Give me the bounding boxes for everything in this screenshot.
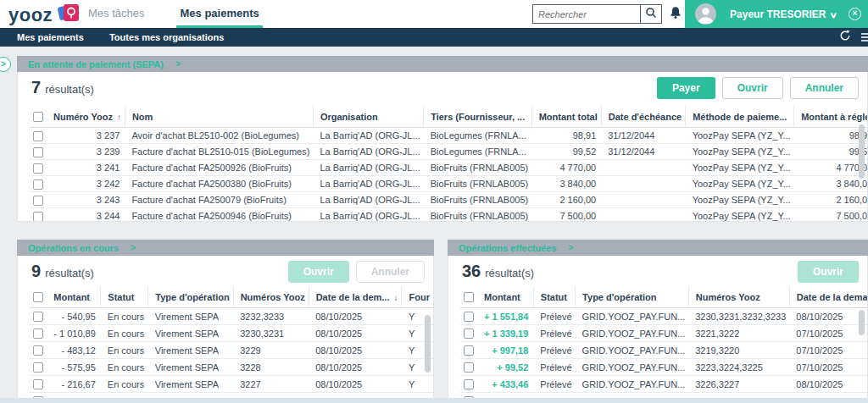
refresh-icon[interactable]	[839, 30, 851, 45]
section-chevron-icon: >	[175, 59, 181, 69]
cell-to_pay: 3 840,00	[794, 176, 868, 192]
column-header[interactable]: Type d'opération	[576, 286, 689, 308]
row-checkbox[interactable]	[33, 163, 43, 174]
table-row[interactable]: 3 244Facture d'achat FA2500946 (BioFruit…	[30, 208, 868, 222]
cell-type: GRID.YOOZ_PAY.FUN...	[576, 376, 689, 393]
subnav-mes-paiements[interactable]: Mes paiements	[17, 32, 84, 42]
row-checkbox-cell	[460, 342, 477, 359]
row-checkbox[interactable]	[33, 362, 43, 373]
inprogress-table-scrollbar[interactable]	[425, 315, 431, 373]
cell-type: GRID.YOOZ_PAY.FUN...	[576, 359, 689, 376]
column-header[interactable]: Numéros Yooz	[688, 286, 789, 308]
row-checkbox[interactable]	[33, 179, 43, 190]
cell-type: Virement SEPA	[148, 325, 233, 342]
column-header[interactable]: Date de la dem...↓	[309, 286, 402, 308]
cell-num: 3 239	[47, 144, 125, 160]
ouvrir-button-disabled[interactable]: Ouvrir	[798, 261, 859, 283]
cell-nums: 3227	[233, 376, 309, 393]
cell-due	[601, 208, 685, 222]
pending-table-scrollbar[interactable]	[859, 124, 865, 179]
row-checkbox[interactable]	[33, 147, 43, 157]
table-row[interactable]: 3 243Facture d'achat FA250079 (BioFruits…	[30, 192, 868, 208]
cell-name: Facture d'achat FA2500946 (BioFruits)	[125, 208, 313, 222]
column-header[interactable]: Tiers (Fournisseur, ...	[424, 106, 532, 128]
column-header[interactable]: Numéro Yooz↑	[47, 106, 125, 128]
row-checkbox-cell	[30, 192, 47, 208]
table-row[interactable]: + 433,46PrélevéGRID.YOOZ_PAY.FUN...3226,…	[460, 376, 868, 393]
cell-amount: + 433,46	[477, 376, 533, 393]
row-checkbox[interactable]	[464, 362, 474, 373]
completed-card: 36résultat(s) Ouvrir MontantStatutType d…	[448, 256, 868, 399]
horizontal-scrollbar[interactable]	[0, 398, 868, 403]
subnav-toutes-organisations[interactable]: Toutes mes organisations	[109, 32, 225, 42]
cell-extra: Y	[402, 376, 433, 393]
table-row[interactable]: + 1 339,19PrélevéGRID.YOOZ_PAY.FUN...322…	[460, 325, 868, 342]
row-checkbox-cell	[460, 359, 477, 376]
tab-mes-paiements[interactable]: Mes paiements	[176, 0, 262, 28]
row-checkbox[interactable]	[33, 345, 43, 356]
pending-section-header[interactable]: En attente de paiement (SEPA) >	[17, 56, 868, 72]
cell-type: Virement SEPA	[148, 359, 233, 376]
close-icon[interactable]: ×	[849, 8, 861, 20]
row-checkbox[interactable]	[33, 131, 43, 141]
annuler-button[interactable]: Annuler	[790, 77, 859, 99]
panel-expand-icon[interactable]: >	[0, 57, 11, 72]
menu-icon[interactable]	[861, 31, 868, 43]
table-row[interactable]: - 1 010,89En coursVirement SEPA3230,3231…	[30, 325, 433, 342]
column-header[interactable]: Méthode de paieme...	[686, 106, 794, 128]
inprogress-section-header[interactable]: Opérations en cours >	[17, 240, 434, 256]
select-all-checkbox[interactable]	[33, 112, 43, 122]
row-checkbox[interactable]	[33, 312, 43, 322]
table-row[interactable]: - 483,12En coursVirement SEPA322908/10/2…	[30, 342, 433, 359]
table-row[interactable]: + 99,52PrélevéGRID.YOOZ_PAY.FUN...3223,3…	[460, 359, 868, 376]
completed-table-scrollbar[interactable]	[859, 310, 865, 335]
column-header[interactable]: Statut	[533, 286, 575, 308]
search-input[interactable]	[532, 4, 641, 24]
row-checkbox[interactable]	[464, 328, 474, 339]
table-row[interactable]: 3 237Avoir d'achat BL2510-002 (BioLegume…	[30, 128, 868, 144]
ouvrir-button-disabled[interactable]: Ouvrir	[288, 261, 349, 283]
table-row[interactable]: 3 241Facture d'achat FA2500926 (BioFruit…	[30, 160, 868, 176]
cell-due	[601, 160, 685, 176]
column-header[interactable]: Nom	[125, 106, 313, 128]
column-header[interactable]: Date de la demande	[789, 286, 868, 308]
column-header[interactable]: Montant	[477, 286, 533, 308]
column-header[interactable]: Date d'échéance	[601, 106, 685, 128]
column-header[interactable]: Numéros Yooz	[233, 286, 309, 308]
inprogress-result-count: 9résultat(s)	[31, 262, 94, 281]
completed-section-header[interactable]: Opérations effectuées >	[448, 240, 868, 256]
table-row[interactable]: + 997,18PrélevéGRID.YOOZ_PAY.FUN...3219,…	[460, 342, 868, 359]
row-checkbox[interactable]	[33, 328, 43, 339]
payer-button[interactable]: Payer	[657, 77, 715, 99]
column-header[interactable]: Four	[402, 286, 433, 308]
column-header[interactable]: Montant total	[531, 106, 601, 128]
row-checkbox[interactable]	[464, 312, 474, 322]
row-checkbox[interactable]	[33, 379, 43, 389]
table-row[interactable]: - 216,67En coursVirement SEPA322708/10/2…	[30, 376, 433, 393]
table-row[interactable]: - 575,95En coursVirement SEPA322808/10/2…	[30, 359, 433, 376]
table-row[interactable]: + 1 551,84PrélevéGRID.YOOZ_PAY.FUN...323…	[460, 308, 868, 325]
ouvrir-button[interactable]: Ouvrir	[722, 77, 783, 99]
column-header[interactable]: Montant	[47, 286, 101, 308]
row-checkbox-cell	[460, 376, 477, 393]
table-row[interactable]: 3 242Facture d'achat FA2500380 (BioFruit…	[30, 176, 868, 192]
table-row[interactable]: 3 239Facture d'achat BL2510-015 (BioLegu…	[30, 144, 868, 160]
select-all-checkbox[interactable]	[464, 292, 474, 302]
cell-total: 99,52	[531, 144, 601, 160]
column-header[interactable]: Montant à régler	[794, 106, 868, 128]
inprogress-table: MontantStatutType d'opérationNuméros Yoo…	[30, 286, 433, 399]
table-row[interactable]: - 540,95En coursVirement SEPA3232,323308…	[30, 308, 433, 325]
row-checkbox[interactable]	[464, 379, 474, 389]
column-header[interactable]: Type d'opération	[148, 286, 233, 308]
search-button[interactable]	[641, 4, 662, 24]
notifications-bell-icon[interactable]	[669, 6, 682, 25]
annuler-button-disabled[interactable]: Annuler	[356, 261, 425, 283]
row-checkbox[interactable]	[33, 196, 43, 206]
select-all-checkbox[interactable]	[33, 292, 43, 302]
row-checkbox[interactable]	[33, 212, 43, 222]
tab-mes-taches[interactable]: Mes tâches	[85, 0, 147, 28]
column-header[interactable]: Organisation	[313, 106, 423, 128]
row-checkbox[interactable]	[464, 345, 474, 356]
column-header[interactable]: Statut	[101, 286, 148, 308]
user-menu[interactable]: Payeur TRESORIER ∨ ×	[685, 0, 868, 28]
